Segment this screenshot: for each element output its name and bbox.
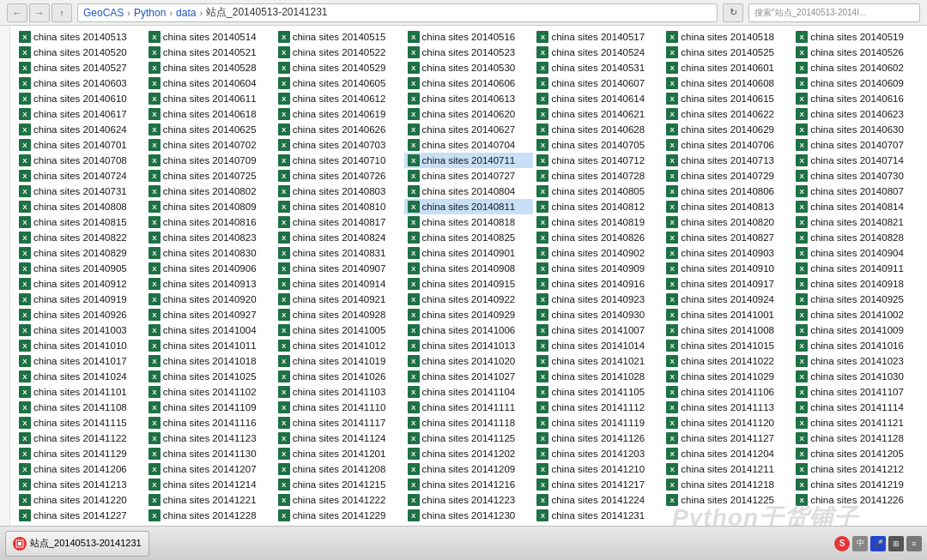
- file-item[interactable]: china sites 20140729: [663, 168, 792, 184]
- file-item[interactable]: china sites 20140815: [15, 214, 145, 230]
- file-item[interactable]: china sites 20141009: [792, 322, 922, 338]
- file-item[interactable]: china sites 20141229: [275, 508, 404, 523]
- file-item[interactable]: china sites 20141029: [663, 369, 792, 384]
- taskbar-icon-grid[interactable]: ⊞: [888, 536, 904, 551]
- file-item[interactable]: china sites 20140813: [663, 199, 792, 214]
- file-item[interactable]: china sites 20141218: [663, 477, 792, 492]
- file-item[interactable]: china sites 20141108: [15, 400, 145, 415]
- file-item[interactable]: china sites 20140603: [15, 75, 145, 91]
- file-item[interactable]: china sites 20141228: [145, 508, 275, 523]
- file-item[interactable]: china sites 20140704: [404, 137, 534, 153]
- file-item[interactable]: china sites 20140708: [15, 153, 145, 168]
- file-item[interactable]: china sites 20141204: [663, 446, 792, 461]
- file-item[interactable]: china sites 20140928: [275, 307, 404, 322]
- taskbar-icon-s[interactable]: S: [834, 536, 850, 551]
- file-item[interactable]: china sites 20140725: [145, 168, 275, 184]
- file-item[interactable]: china sites 20141111: [404, 400, 534, 415]
- file-item[interactable]: china sites 20141203: [533, 446, 663, 461]
- file-item[interactable]: china sites 20140821: [792, 214, 922, 230]
- taskbar-icon-mic[interactable]: 🎤: [870, 536, 886, 551]
- file-item[interactable]: china sites 20141209: [404, 461, 534, 477]
- file-item[interactable]: china sites 20141208: [275, 461, 404, 477]
- breadcrumb-data[interactable]: data: [176, 7, 196, 19]
- file-item[interactable]: china sites 20140610: [15, 91, 145, 106]
- file-item[interactable]: china sites 20140709: [145, 153, 275, 168]
- file-item[interactable]: china sites 20141101: [15, 384, 145, 400]
- file-item[interactable]: china sites 20140814: [792, 199, 922, 214]
- file-item[interactable]: china sites 20140711: [404, 153, 534, 168]
- file-item[interactable]: china sites 20140830: [145, 245, 275, 261]
- file-item[interactable]: china sites 20140922: [404, 292, 534, 307]
- file-item[interactable]: china sites 20141107: [792, 384, 922, 400]
- file-item[interactable]: china sites 20140522: [275, 45, 404, 60]
- file-item[interactable]: china sites 20140625: [145, 122, 275, 137]
- file-item[interactable]: china sites 20141221: [145, 492, 275, 508]
- file-item[interactable]: china sites 20141028: [533, 369, 663, 384]
- file-item[interactable]: china sites 20141109: [145, 400, 275, 415]
- file-item[interactable]: china sites 20141231: [533, 508, 663, 523]
- search-box[interactable]: 搜索"站点_20140513-2014I...: [748, 3, 920, 22]
- file-item[interactable]: china sites 20141222: [275, 492, 404, 508]
- file-item[interactable]: china sites 20140907: [275, 261, 404, 276]
- file-item[interactable]: china sites 20140930: [533, 307, 663, 322]
- file-item[interactable]: china sites 20141211: [663, 461, 792, 477]
- file-item[interactable]: china sites 20140706: [663, 137, 792, 153]
- file-item[interactable]: china sites 20140703: [275, 137, 404, 153]
- file-item[interactable]: china sites 20140518: [663, 29, 792, 45]
- file-item[interactable]: china sites 20140923: [533, 292, 663, 307]
- file-item[interactable]: china sites 20141230: [404, 508, 534, 523]
- file-item[interactable]: china sites 20140926: [15, 307, 145, 322]
- file-item[interactable]: china sites 20141124: [275, 431, 404, 446]
- file-item[interactable]: china sites 20141019: [275, 353, 404, 369]
- file-item[interactable]: china sites 20140914: [275, 276, 404, 292]
- file-item[interactable]: china sites 20140705: [533, 137, 663, 153]
- file-item[interactable]: china sites 20141103: [275, 384, 404, 400]
- file-item[interactable]: china sites 20140520: [15, 45, 145, 60]
- file-item[interactable]: china sites 20140614: [533, 91, 663, 106]
- file-item[interactable]: china sites 20140701: [15, 137, 145, 153]
- file-item[interactable]: china sites 20141205: [792, 446, 922, 461]
- file-item[interactable]: china sites 20140905: [15, 261, 145, 276]
- file-item[interactable]: china sites 20140624: [15, 122, 145, 137]
- file-item[interactable]: china sites 20141015: [663, 338, 792, 353]
- file-item[interactable]: china sites 20140514: [145, 29, 275, 45]
- file-item[interactable]: china sites 20140924: [663, 292, 792, 307]
- file-item[interactable]: china sites 20141013: [404, 338, 534, 353]
- file-item[interactable]: china sites 20141206: [15, 461, 145, 477]
- file-item[interactable]: china sites 20140912: [15, 276, 145, 292]
- file-item[interactable]: china sites 20141012: [275, 338, 404, 353]
- file-item[interactable]: china sites 20140829: [15, 245, 145, 261]
- file-item[interactable]: china sites 20141003: [15, 322, 145, 338]
- file-item[interactable]: china sites 20140629: [663, 122, 792, 137]
- file-item[interactable]: china sites 20140616: [792, 91, 922, 106]
- file-item[interactable]: china sites 20140810: [275, 199, 404, 214]
- file-item[interactable]: china sites 20141023: [792, 353, 922, 369]
- file-item[interactable]: china sites 20140918: [792, 276, 922, 292]
- file-item[interactable]: china sites 20140619: [275, 106, 404, 122]
- file-item[interactable]: china sites 20141110: [275, 400, 404, 415]
- file-item[interactable]: china sites 20140626: [275, 122, 404, 137]
- breadcrumb-folder[interactable]: 站点_20140513-20141231: [206, 5, 327, 20]
- file-item[interactable]: china sites 20140714: [792, 153, 922, 168]
- file-item[interactable]: china sites 20141014: [533, 338, 663, 353]
- file-item[interactable]: china sites 20140713: [663, 153, 792, 168]
- file-item[interactable]: china sites 20141113: [663, 400, 792, 415]
- file-item[interactable]: china sites 20140809: [145, 199, 275, 214]
- file-item[interactable]: china sites 20140925: [792, 292, 922, 307]
- file-item[interactable]: china sites 20140728: [533, 168, 663, 184]
- file-item[interactable]: china sites 20140803: [275, 184, 404, 199]
- file-item[interactable]: china sites 20140606: [404, 75, 534, 91]
- file-item[interactable]: china sites 20141116: [145, 415, 275, 431]
- file-item[interactable]: china sites 20140909: [533, 261, 663, 276]
- file-item[interactable]: china sites 20141118: [404, 415, 534, 431]
- file-item[interactable]: china sites 20141017: [15, 353, 145, 369]
- file-item[interactable]: china sites 20140828: [792, 230, 922, 245]
- file-item[interactable]: china sites 20140802: [145, 184, 275, 199]
- file-item[interactable]: china sites 20140516: [404, 29, 534, 45]
- file-item[interactable]: china sites 20140524: [533, 45, 663, 60]
- file-item[interactable]: china sites 20141007: [533, 322, 663, 338]
- file-item[interactable]: china sites 20140921: [275, 292, 404, 307]
- file-item[interactable]: china sites 20140612: [275, 91, 404, 106]
- file-item[interactable]: china sites 20141104: [404, 384, 534, 400]
- file-item[interactable]: china sites 20141227: [15, 508, 145, 523]
